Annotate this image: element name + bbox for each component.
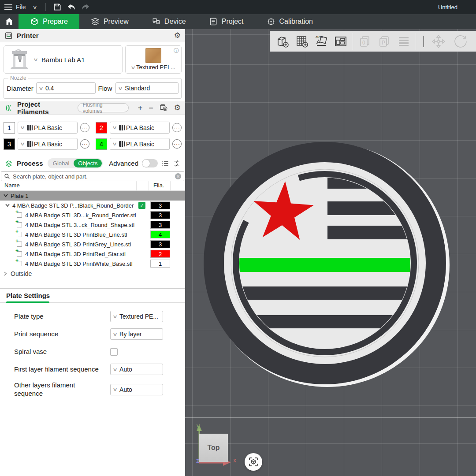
segment-global[interactable]: Global — [48, 160, 74, 167]
flushing-volumes-button[interactable]: Flushing volumes — [78, 103, 128, 112]
filament-2-select[interactable]: ∨PLA Basic — [110, 122, 170, 134]
filament-1-select[interactable]: ∨PLA Basic — [18, 122, 78, 134]
search-bar[interactable]: Search plate, object and part. ✕ — [1, 171, 184, 181]
axis-y-label: y — [197, 422, 200, 429]
split-to-objects-button[interactable]: 0 — [357, 33, 373, 50]
filament-assignment-chip[interactable]: 3 — [150, 240, 170, 248]
first-layer-sequence-select[interactable]: ∨Auto — [110, 364, 163, 375]
filament-4-more-button[interactable]: ··· — [172, 139, 182, 149]
variable-layer-height-button[interactable] — [395, 33, 412, 50]
filament-1-color-chip[interactable]: 1 — [4, 122, 15, 134]
chevron-down-icon: ∨ — [112, 314, 118, 320]
badge-model[interactable] — [185, 29, 476, 476]
flow-select[interactable]: ∨Standard — [115, 82, 178, 94]
search-input[interactable]: Search plate, object and part. — [13, 173, 172, 180]
redo-button[interactable] — [78, 1, 93, 13]
printer-section-title: Printer — [17, 32, 39, 39]
filament-assignment-chip[interactable]: 2 — [150, 250, 170, 258]
move-tool-button[interactable] — [430, 33, 447, 50]
rotate-tool-button[interactable] — [452, 33, 469, 50]
column-filament[interactable]: Fila. — [149, 181, 171, 190]
add-filament-button[interactable]: + — [138, 104, 143, 112]
chevron-expanded-icon[interactable] — [5, 204, 10, 207]
filament-2-color-chip[interactable]: 2 — [96, 122, 107, 134]
file-menu[interactable]: File ∨ — [0, 0, 41, 14]
ams-sync-icon[interactable] — [160, 104, 168, 112]
tree-row-part[interactable]: 4 MBA Badge STL 3D PrintBlue_Line.stl 4 — [0, 230, 185, 239]
filament-3-more-button[interactable]: ··· — [80, 139, 89, 149]
filament-assignment-chip[interactable]: 3 — [150, 211, 170, 219]
home-button[interactable] — [0, 14, 19, 29]
tree-row-part[interactable]: 4 MBA Badge STL 3...ck_Round_Shape.stl 3 — [0, 220, 185, 230]
tree-row-part[interactable]: 4 MBA Badge STL 3D PrintRed_Star.stl 2 — [0, 249, 185, 259]
other-layers-sequence-select[interactable]: ∨Auto — [110, 384, 163, 395]
print-sequence-select[interactable]: ∨By layer — [110, 328, 163, 340]
filament-assignment-chip[interactable]: 3 — [150, 221, 170, 229]
tree-row-plate-1[interactable]: Plate 1 — [0, 191, 185, 201]
orbit-view-button[interactable] — [245, 453, 262, 471]
part-add-icon — [17, 222, 22, 227]
remove-filament-button[interactable]: − — [149, 104, 153, 112]
tree-row-part[interactable]: 4 MBA Badge STL 3D PrintWhite_Base.stl 1 — [0, 259, 185, 268]
tab-prepare[interactable]: Prepare — [19, 14, 79, 29]
auto-orient-button[interactable]: AUTO — [313, 33, 330, 50]
filament-4-color-chip[interactable]: 4 — [96, 138, 107, 150]
column-name[interactable]: Name — [0, 181, 137, 190]
undo-icon — [67, 3, 76, 11]
navigation-cube-top[interactable]: Top — [199, 434, 228, 462]
process-icon — [4, 160, 13, 167]
tree-row-object[interactable]: 4 MBA Badge STL 3D P...tBlack_Round_Bord… — [0, 201, 185, 210]
clear-search-icon[interactable]: ✕ — [175, 173, 181, 179]
filament-1-more-button[interactable]: ··· — [80, 123, 89, 132]
split-to-parts-button[interactable]: P — [376, 33, 393, 50]
save-button[interactable] — [50, 1, 64, 13]
plate-settings-form: Plate type ∨Textured PE... Print sequenc… — [0, 303, 185, 398]
add-plate-button[interactable] — [294, 33, 310, 50]
object-visible-checkbox[interactable]: ✓ — [138, 202, 145, 209]
filament-assignment-chip[interactable]: 4 — [150, 231, 170, 238]
viewport-3d[interactable]: AUTO 0 P — [185, 29, 476, 476]
filament-settings-gear-icon[interactable]: ⚙ — [174, 104, 181, 112]
global-objects-toggle[interactable]: Global Objects — [48, 158, 103, 168]
arrange-button[interactable] — [332, 33, 349, 50]
filaments-section-title: Project Filaments — [17, 100, 74, 115]
search-icon — [4, 173, 10, 179]
print-sequence-row: Print sequence ∨By layer — [14, 328, 185, 340]
plate-selector[interactable]: ⓘ ∨Textured PEI ... — [125, 45, 182, 74]
tune-filter-icon[interactable] — [173, 160, 181, 167]
filament-3-color-chip[interactable]: 3 — [4, 138, 15, 150]
tab-calibration[interactable]: Calibration — [255, 14, 324, 29]
filament-assignment-chip[interactable]: 3 — [150, 201, 170, 209]
home-icon — [4, 17, 14, 26]
plate-type-label: Plate type — [14, 312, 110, 321]
add-object-button[interactable] — [274, 33, 291, 50]
spiral-vase-checkbox[interactable] — [110, 348, 118, 356]
advanced-toggle[interactable] — [142, 159, 158, 167]
tab-device[interactable]: Device — [140, 14, 197, 29]
svg-text:0: 0 — [362, 40, 365, 46]
tree-row-part[interactable]: 4 MBA Badge STL 3D...k_Round_Border.stl … — [0, 210, 185, 220]
filament-2-more-button[interactable]: ··· — [172, 123, 182, 132]
nozzle-diameter-select[interactable]: ∨0.4 — [36, 82, 96, 94]
axis-z-label: z — [196, 457, 199, 464]
plate-type-select[interactable]: ∨Textured PE... — [110, 311, 163, 322]
printer-settings-gear-icon[interactable]: ⚙ — [174, 32, 181, 39]
printer-selector[interactable]: ∨ Bambu Lab A1 — [4, 45, 123, 74]
undo-button[interactable] — [64, 1, 78, 13]
chevron-expanded-icon[interactable] — [4, 194, 8, 197]
viewport-toolbar: AUTO 0 P — [270, 31, 476, 52]
filament-assignment-chip[interactable]: 1 — [150, 260, 170, 268]
spool-icon — [27, 125, 33, 130]
segment-objects[interactable]: Objects — [74, 159, 102, 167]
info-icon[interactable]: ⓘ — [174, 47, 179, 55]
chevron-collapsed-icon[interactable] — [4, 271, 7, 276]
tab-project[interactable]: Project — [197, 14, 255, 29]
list-view-icon[interactable] — [161, 160, 169, 167]
part-label: 4 MBA Badge STL 3D PrintRed_Star.stl — [25, 251, 126, 257]
tab-preview[interactable]: Preview — [79, 14, 140, 29]
tree-row-outside[interactable]: Outside — [0, 268, 185, 279]
filament-icon — [4, 104, 13, 112]
filament-4-select[interactable]: ∨PLA Basic — [110, 138, 170, 150]
tree-row-part[interactable]: 4 MBA Badge STL 3D PrintGrey_Lines.stl 3 — [0, 239, 185, 249]
filament-3-select[interactable]: ∨PLA Basic — [18, 138, 78, 150]
